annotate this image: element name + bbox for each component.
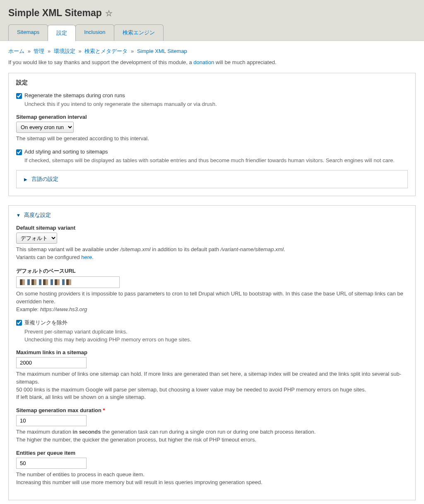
- desc-path: /sitemap.xml: [120, 246, 150, 252]
- interval-desc: The sitemap will be generated according …: [16, 135, 408, 143]
- max-duration-desc: The maximum duration in seconds the gene…: [16, 428, 408, 444]
- tab-inclusion[interactable]: Inclusion: [75, 24, 114, 41]
- star-icon[interactable]: ☆: [105, 8, 113, 18]
- header-region: Simple XML Sitemap ☆ Sitemaps 設定 Inclusi…: [0, 0, 424, 41]
- default-variant-desc: This sitemap variant will be available u…: [16, 246, 408, 262]
- redacted-value: [20, 279, 74, 285]
- entities-queue-item: Entities per queue item The number of en…: [16, 450, 408, 487]
- base-url-label: デフォルトのベースURL: [16, 267, 408, 275]
- tab-search-engines[interactable]: 検索エンジン: [114, 24, 164, 41]
- desc-example: https://www.hs3.org: [40, 306, 87, 312]
- desc-text: in addition to its default path: [150, 246, 220, 252]
- advanced-panel-toggle[interactable]: ▼ 高度な設定: [16, 211, 408, 219]
- regenerate-cron-label: Regenerate the sitemaps during cron runs: [24, 92, 125, 98]
- exclude-dup-desc: Prevent per-sitemap variant duplicate li…: [24, 328, 408, 343]
- desc-text: Increasing this number will use more mem…: [16, 479, 263, 485]
- advanced-panel-title: 高度な設定: [24, 212, 51, 218]
- advanced-panel: ▼ 高度な設定 Default sitemap variant デフォルト Th…: [8, 205, 416, 500]
- desc-text: The higher the number, the quicker the g…: [16, 437, 256, 443]
- interval-item: Sitemap generation interval On every cro…: [16, 114, 408, 143]
- page-title: Simple XML Sitemap ☆: [8, 7, 416, 19]
- breadcrumb-sep: »: [48, 48, 51, 54]
- styling-desc: If checked, sitemaps will be displayed a…: [24, 157, 408, 164]
- language-settings-label: 言語の設定: [31, 176, 58, 182]
- breadcrumb-search-meta[interactable]: 検索とメタデータ: [84, 48, 128, 54]
- max-links-input[interactable]: [16, 357, 87, 368]
- desc-text: Unchecking this may help avoiding PHP me…: [24, 336, 191, 343]
- breadcrumb-admin[interactable]: 管理: [34, 48, 44, 54]
- tab-label: Sitemaps: [17, 29, 39, 35]
- desc-text: the generation task can run during a sin…: [101, 429, 316, 435]
- intro-text: If you would like to say thanks and supp…: [8, 59, 416, 65]
- styling-item: Add styling and sorting to sitemaps If c…: [16, 149, 408, 164]
- label-text: Sitemap generation max duration: [16, 407, 101, 413]
- regenerate-cron-desc: Uncheck this if you intend to only regen…: [24, 101, 408, 108]
- intro-text-2: will be much appreciated.: [214, 59, 276, 65]
- tab-label: 検索エンジン: [123, 29, 155, 36]
- desc-text: Example:: [16, 306, 40, 312]
- breadcrumb-home[interactable]: ホーム: [8, 48, 24, 54]
- default-variant-select[interactable]: デフォルト: [16, 233, 57, 244]
- exclude-dup-checkbox[interactable]: [16, 320, 22, 326]
- base-url-item: デフォルトのベースURL On some hosting providers i…: [16, 267, 408, 314]
- chevron-down-icon: ▼: [16, 213, 21, 218]
- desc-text: 50 000 links is the maximum Google will …: [16, 386, 366, 393]
- desc-text: .: [92, 254, 94, 260]
- breadcrumb-current[interactable]: Simple XML Sitemap: [137, 48, 187, 54]
- breadcrumb-config[interactable]: 環境設定: [54, 48, 75, 54]
- exclude-dup-item: 重複リンクを除外 Prevent per-sitemap variant dup…: [16, 319, 408, 343]
- breadcrumb: ホーム » 管理 » 環境設定 » 検索とメタデータ » Simple XML …: [8, 48, 416, 55]
- max-duration-label: Sitemap generation max duration *: [16, 407, 408, 413]
- page-title-text: Simple XML Sitemap: [8, 7, 102, 19]
- styling-label: Add styling and sorting to sitemaps: [24, 149, 108, 155]
- desc-text: On some hosting providers it is impossib…: [16, 290, 403, 305]
- regenerate-cron-item: Regenerate the sitemaps during cron runs…: [16, 92, 408, 108]
- desc-text: The number of entities to process in eac…: [16, 471, 145, 478]
- default-variant-label: Default sitemap variant: [16, 225, 408, 231]
- tabs-bar: Sitemaps 設定 Inclusion 検索エンジン: [8, 24, 416, 41]
- interval-select[interactable]: On every cron run: [16, 122, 74, 133]
- desc-text: Variants can be configured: [16, 254, 81, 260]
- tab-sitemaps[interactable]: Sitemaps: [8, 24, 48, 41]
- desc-text: If left blank, all links will be shown o…: [16, 394, 146, 400]
- breadcrumb-sep: »: [28, 48, 31, 54]
- max-duration-input[interactable]: [16, 415, 87, 426]
- entities-queue-desc: The number of entities to process in eac…: [16, 471, 408, 487]
- desc-path: /variant-name/sitemap.xml: [221, 246, 284, 252]
- desc-text: The maximum duration: [16, 429, 73, 435]
- tab-settings[interactable]: 設定: [48, 25, 76, 41]
- chevron-right-icon: ▶: [24, 177, 27, 182]
- desc-text: The maximum number of links one sitemap …: [16, 371, 401, 385]
- base-url-desc: On some hosting providers it is impossib…: [16, 290, 408, 314]
- max-links-item: Maximum links in a sitemap The maximum n…: [16, 349, 408, 401]
- content-region: ホーム » 管理 » 環境設定 » 検索とメタデータ » Simple XML …: [0, 41, 424, 504]
- tab-label: Inclusion: [84, 29, 105, 35]
- desc-text: .: [284, 246, 285, 252]
- language-settings-details[interactable]: ▶ 言語の設定: [16, 170, 408, 188]
- required-marker: *: [101, 407, 105, 413]
- base-url-input[interactable]: [16, 276, 120, 288]
- max-links-label: Maximum links in a sitemap: [16, 349, 408, 355]
- desc-text: This sitemap variant will be available u…: [16, 246, 120, 252]
- settings-panel: 設定 Regenerate the sitemaps during cron r…: [8, 73, 416, 196]
- max-duration-item: Sitemap generation max duration * The ma…: [16, 407, 408, 444]
- breadcrumb-sep: »: [131, 48, 134, 54]
- default-variant-item: Default sitemap variant デフォルト This sitem…: [16, 225, 408, 262]
- tab-label: 設定: [56, 30, 67, 36]
- settings-panel-title: 設定: [16, 79, 408, 86]
- desc-text: Prevent per-sitemap variant duplicate li…: [24, 329, 128, 335]
- desc-bold: in seconds: [73, 429, 101, 435]
- styling-checkbox[interactable]: [16, 149, 22, 155]
- donation-link[interactable]: donation: [193, 59, 214, 65]
- regenerate-cron-checkbox[interactable]: [16, 93, 22, 99]
- exclude-dup-label: 重複リンクを除外: [24, 319, 67, 326]
- entities-queue-label: Entities per queue item: [16, 450, 408, 456]
- breadcrumb-sep: »: [79, 48, 82, 54]
- intro-text-1: If you would like to say thanks and supp…: [8, 59, 193, 65]
- interval-label: Sitemap generation interval: [16, 114, 408, 120]
- entities-queue-input[interactable]: [16, 458, 87, 469]
- max-links-desc: The maximum number of links one sitemap …: [16, 370, 408, 401]
- variants-here-link[interactable]: here: [81, 254, 92, 260]
